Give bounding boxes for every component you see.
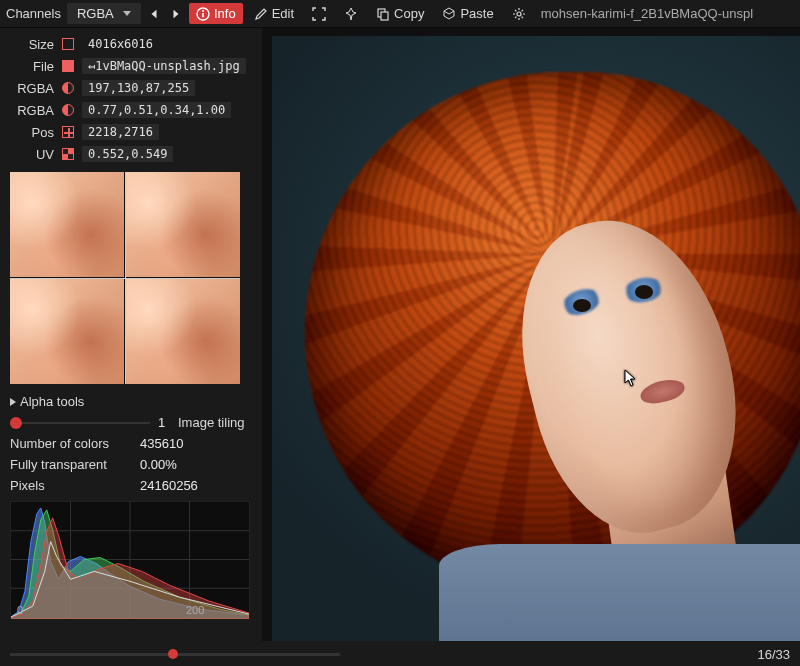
file-row: File ↤1vBMaQQ-unsplash.jpg [10,56,252,76]
copy-button[interactable]: Copy [369,3,431,24]
frame-scrubber[interactable] [10,653,340,656]
file-icon [60,58,76,74]
settings-button[interactable] [505,4,533,24]
fullscreen-icon [312,7,326,21]
bottom-bar: 16/33 [0,642,800,666]
transparent-value: 0.00% [140,457,177,472]
channels-value: RGBA [77,6,114,21]
edit-label: Edit [272,6,294,21]
rgba-float-label: RGBA [10,103,54,118]
size-icon [60,36,76,52]
scrubber-thumb[interactable] [168,649,178,659]
size-label: Size [10,37,54,52]
alpha-tools-label: Alpha tools [20,394,84,409]
copy-label: Copy [394,6,424,21]
size-value: 4016x6016 [82,36,159,52]
rgba-float-row: RGBA 0.77,0.51,0.34,1.00 [10,100,252,120]
chevron-down-icon [123,11,131,16]
pos-value: 2218,2716 [82,124,159,140]
current-filename: mohsen-karimi-f_2B1vBMaQQ-unspl [541,6,753,21]
channels-dropdown[interactable]: RGBA [67,3,141,24]
gear-icon [512,7,526,21]
prev-button[interactable] [145,7,163,21]
triangle-right-icon [10,398,16,406]
transparent-row: Fully transparent 0.00% [10,457,252,472]
uv-label: UV [10,147,54,162]
paste-label: Paste [460,6,493,21]
alpha-tools-header[interactable]: Alpha tools [10,394,252,409]
file-label: File [10,59,54,74]
uv-value: 0.552,0.549 [82,146,173,162]
rgba-int-value: 197,130,87,255 [82,80,195,96]
pin-button[interactable] [337,4,365,24]
pixels-value: 24160256 [140,478,198,493]
svg-rect-4 [381,12,388,20]
svg-point-5 [517,12,521,16]
num-colors-label: Number of colors [10,436,140,451]
histogram[interactable]: 0 200 [10,501,250,619]
image-content [272,36,800,641]
contrast-icon [60,80,76,96]
pixel-zoom-preview[interactable] [10,172,240,384]
tiling-label: Image tiling [178,415,244,430]
next-button[interactable] [167,7,185,21]
paste-icon [442,7,456,21]
info-icon [196,7,210,21]
pixels-label: Pixels [10,478,140,493]
image-viewport[interactable] [262,28,800,641]
pin-icon [344,7,358,21]
rgba-float-value: 0.77,0.51,0.34,1.00 [82,102,231,118]
copy-icon [376,7,390,21]
checker-icon [60,146,76,162]
paste-button[interactable]: Paste [435,3,500,24]
pencil-icon [254,7,268,21]
info-label: Info [214,6,236,21]
pos-label: Pos [10,125,54,140]
size-row: Size 4016x6016 [10,34,252,54]
tiling-slider-row: 1 Image tiling [10,415,252,430]
edit-tab[interactable]: Edit [247,3,301,24]
uv-row: UV 0.552,0.549 [10,144,252,164]
tiling-slider[interactable] [10,422,150,424]
hist-tick-0: 0 [17,604,23,616]
svg-point-2 [202,10,204,12]
triangle-right-icon [171,7,181,21]
slider-thumb[interactable] [10,417,22,429]
cursor-icon [624,369,638,387]
channels-label: Channels [6,6,61,21]
num-colors-value: 435610 [140,436,183,451]
pos-row: Pos 2218,2716 [10,122,252,142]
tiling-value: 1 [158,415,170,430]
frame-counter: 16/33 [757,647,790,662]
contrast-icon [60,102,76,118]
transparent-label: Fully transparent [10,457,140,472]
fullscreen-button[interactable] [305,4,333,24]
top-toolbar: Channels RGBA Info Edit Copy Paste mohse… [0,0,800,28]
info-panel: Size 4016x6016 File ↤1vBMaQQ-unsplash.jp… [0,28,262,641]
triangle-left-icon [149,7,159,21]
crosshair-icon [60,124,76,140]
rgba-int-label: RGBA [10,81,54,96]
num-colors-row: Number of colors 435610 [10,436,252,451]
rgba-int-row: RGBA 197,130,87,255 [10,78,252,98]
svg-rect-1 [202,13,204,17]
pixels-row: Pixels 24160256 [10,478,252,493]
histogram-plot [11,502,249,619]
file-value: ↤1vBMaQQ-unsplash.jpg [82,58,246,74]
hist-tick-200: 200 [186,604,204,616]
info-tab[interactable]: Info [189,3,243,24]
